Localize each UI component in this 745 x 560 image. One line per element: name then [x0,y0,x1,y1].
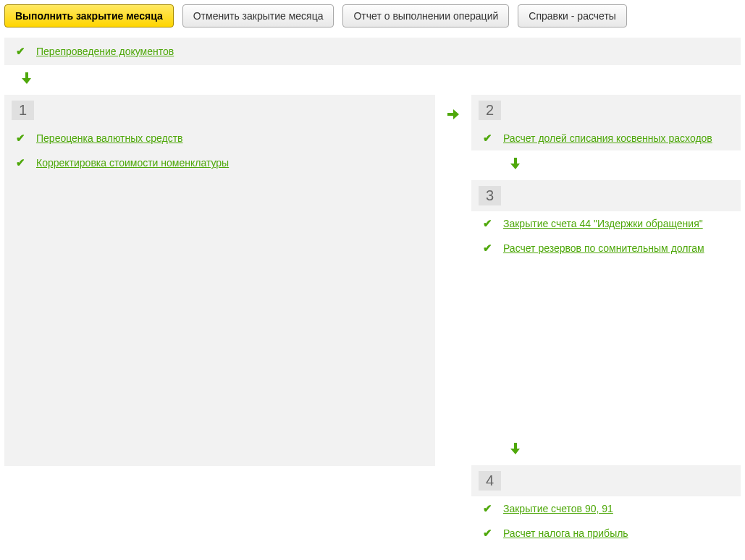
right-column: 2 ✔ Расчет долей списания косвенных расх… [471,95,741,546]
check-icon: ✔ [481,527,493,540]
step-3-body: ✔ Закрытие счета 44 "Издержки обращения"… [471,211,741,436]
check-icon: ✔ [481,217,493,230]
close-account-44-link[interactable]: Закрытие счета 44 "Издержки обращения" [503,218,703,229]
step-1-body: ✔ Переоценка валютных средств ✔ Корректи… [4,126,435,466]
repost-documents-link[interactable]: Перепроведение документов [36,46,174,57]
references-calculations-button[interactable]: Справки - расчеты [518,4,627,27]
step-4-number: 4 [479,471,501,491]
step-1-number: 1 [12,101,34,120]
toolbar: Выполнить закрытие месяца Отменить закры… [4,4,741,27]
execute-close-month-button[interactable]: Выполнить закрытие месяца [4,4,174,27]
step-2-number: 2 [479,101,501,120]
doubtful-debts-reserve-link[interactable]: Расчет резервов по сомнительным долгам [503,242,704,254]
step-3-header: 3 [471,180,741,211]
operations-report-button[interactable]: Отчет о выполнении операций [342,4,509,27]
profit-tax-calculation-link[interactable]: Расчет налога на прибыль [503,527,628,539]
nomenclature-cost-adjustment-link[interactable]: Корректировка стоимости номенклатуры [36,157,229,169]
arrow-down-icon [471,150,741,180]
check-icon: ✔ [14,156,26,169]
check-icon: ✔ [481,242,493,255]
operation-row: ✔ Корректировка стоимости номенклатуры [4,150,435,175]
check-icon: ✔ [481,502,493,515]
arrow-right-icon [447,108,459,122]
check-icon: ✔ [481,132,493,145]
cancel-close-month-button[interactable]: Отменить закрытие месяца [182,4,334,27]
operation-row: ✔ Расчет долей списания косвенных расход… [471,126,741,150]
check-icon: ✔ [14,132,26,145]
indirect-costs-share-link[interactable]: Расчет долей списания косвенных расходов [503,132,712,144]
arrow-down-icon [4,65,741,95]
top-operation-row: ✔ Перепроведение документов [4,38,741,65]
middle-arrow-column [435,95,471,123]
step-4-header: 4 [471,465,741,496]
operation-row: ✔ Закрытие счета 44 "Издержки обращения" [471,211,741,236]
operation-row: ✔ Переоценка валютных средств [4,126,435,150]
step-1-header: 1 [4,95,435,126]
steps-columns: 1 ✔ Переоценка валютных средств ✔ Коррек… [4,95,741,546]
close-accounts-90-91-link[interactable]: Закрытие счетов 90, 91 [503,503,613,514]
operation-row: ✔ Расчет резервов по сомнительным долгам [471,236,741,260]
operation-row: ✔ Закрытие счетов 90, 91 [471,496,741,521]
step-2-header: 2 [471,95,741,126]
arrow-down-icon [471,436,741,465]
check-icon: ✔ [14,45,26,58]
operation-row: ✔ Расчет налога на прибыль [471,521,741,546]
step-3-number: 3 [479,186,501,205]
currency-revaluation-link[interactable]: Переоценка валютных средств [36,132,183,144]
left-column: 1 ✔ Переоценка валютных средств ✔ Коррек… [4,95,435,466]
